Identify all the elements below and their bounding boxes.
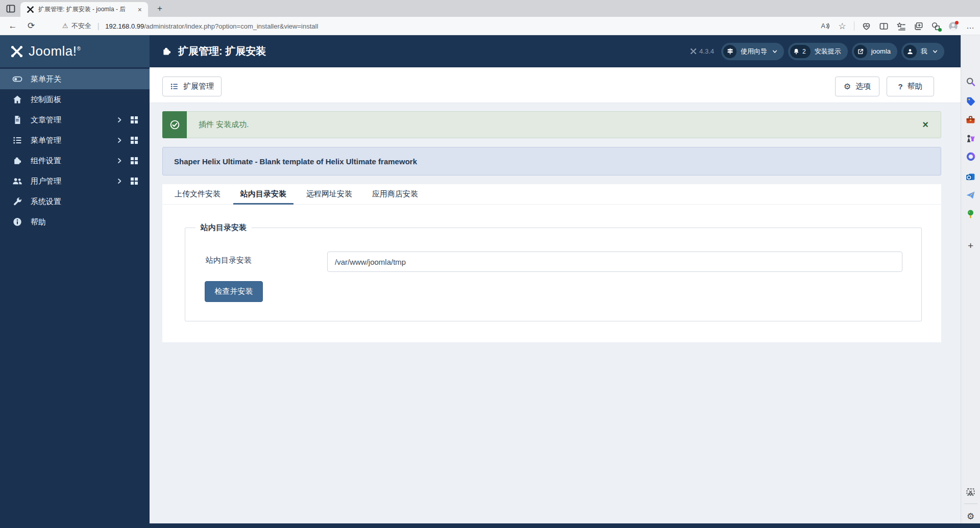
- info-icon: [12, 217, 22, 227]
- joomla-logo-text: Joomla!®: [29, 43, 81, 59]
- sidebar-settings-icon[interactable]: ⚙: [965, 511, 976, 522]
- main-content: 扩展管理 ⚙ 选项 ? 帮助 插件 安装成功. × Shaper Helix U…: [150, 67, 961, 523]
- favorites-bar-icon[interactable]: [895, 20, 906, 32]
- success-alert: 插件 安装成功. ×: [162, 111, 941, 138]
- collections-icon[interactable]: [913, 20, 924, 32]
- profile-avatar[interactable]: [947, 20, 959, 32]
- sidebar-item-label: 组件设置: [31, 156, 61, 166]
- sidebar-item-label: 菜单开关: [31, 74, 61, 84]
- profile-alert-dot: [955, 21, 959, 24]
- tab-close-icon[interactable]: ×: [136, 6, 144, 14]
- extensions-status-dot: [938, 28, 942, 32]
- sidebar-add-icon[interactable]: +: [965, 240, 976, 252]
- users-icon: [12, 176, 22, 186]
- sidebar-tools-icon[interactable]: [965, 114, 976, 125]
- dashboard-grid-icon[interactable]: [131, 178, 138, 185]
- sidebar-item-dashboard[interactable]: 控制面板: [0, 89, 150, 110]
- browser-menu-icon[interactable]: …: [965, 20, 976, 32]
- chevron-right-icon: [116, 117, 122, 123]
- sidebar-item-menu-toggle[interactable]: 菜单开关: [0, 69, 150, 89]
- notification-capsule: 2: [790, 45, 811, 58]
- sidebar-item-help[interactable]: 帮助: [0, 212, 150, 232]
- alert-close-icon[interactable]: ×: [910, 112, 941, 138]
- puzzle-icon: [12, 156, 22, 166]
- browser-tab-bar: 扩展管理: 扩展安装 - joomla - 后 × +: [0, 0, 980, 17]
- sidebar-item-system[interactable]: 系统设置: [0, 191, 150, 212]
- sidebar-item-menus[interactable]: 菜单管理: [0, 130, 150, 150]
- dashboard-grid-icon[interactable]: [131, 137, 138, 144]
- sidebar-item-content[interactable]: 文章管理: [0, 110, 150, 130]
- sidebar-games-icon[interactable]: [965, 132, 976, 143]
- sidebar-item-label: 系统设置: [31, 197, 61, 207]
- url-path: /administrator/index.php?option=com_inst…: [144, 22, 318, 30]
- browser-tab[interactable]: 扩展管理: 扩展安装 - joomla - 后 ×: [20, 2, 148, 17]
- bell-icon: [793, 48, 800, 55]
- sidebar-nav: 菜单开关 控制面板 文章管理 菜单管理 组件设置: [0, 69, 150, 232]
- sidebar-tree-icon[interactable]: [965, 208, 976, 219]
- check-and-install-button[interactable]: 检查并安装: [205, 281, 263, 302]
- tab-upload-package[interactable]: 上传文件安装: [167, 184, 228, 205]
- tab-install-from-webstore[interactable]: 应用商店安装: [365, 184, 425, 205]
- refresh-icon[interactable]: ⟳: [23, 20, 39, 31]
- sidebar-drop-icon[interactable]: [965, 189, 976, 200]
- browser-actions: ☆ …: [819, 17, 976, 35]
- external-link-icon: [854, 45, 867, 58]
- wizard-menu-button[interactable]: 使用向导: [721, 43, 784, 60]
- installer-card: 上传文件安装 站内目录安装 远程网址安装 应用商店安装 站内目录安装 站内目录安…: [162, 184, 941, 342]
- folder-path-input[interactable]: [327, 252, 902, 272]
- view-site-button[interactable]: joomla: [852, 43, 897, 60]
- header-actions: 4.3.4 使用向导 2 安装提示 joomla 我: [690, 35, 944, 67]
- address-field[interactable]: 192.168.0.99/administrator/index.php?opt…: [105, 21, 318, 31]
- url-divider: |: [97, 22, 100, 30]
- tab-install-from-url[interactable]: 远程网址安装: [299, 184, 359, 205]
- admin-toolbar: 扩展管理 ⚙ 选项 ? 帮助: [150, 67, 961, 103]
- toolbar-divider: [854, 21, 854, 31]
- chevron-right-icon: [116, 178, 122, 184]
- favorite-star-icon[interactable]: ☆: [837, 20, 848, 32]
- dashboard-grid-icon[interactable]: [131, 157, 138, 164]
- user-menu-button[interactable]: 我: [901, 43, 944, 60]
- sidebar-outlook-icon[interactable]: [965, 171, 976, 182]
- sidebar-item-users[interactable]: 用户管理: [0, 171, 150, 191]
- tab-install-from-folder[interactable]: 站内目录安装: [233, 184, 293, 205]
- sidebar-item-label: 用户管理: [31, 177, 61, 186]
- options-button[interactable]: ⚙ 选项: [835, 77, 879, 96]
- sidebar-screenshot-icon[interactable]: [965, 486, 976, 497]
- extension-notice-text: Shaper Helix Ultimate - Blank template o…: [174, 157, 417, 166]
- chevron-right-icon: [116, 137, 122, 143]
- read-aloud-icon[interactable]: [819, 20, 830, 32]
- alert-message: 插件 安装成功.: [186, 112, 910, 138]
- sidebar-item-label: 菜单管理: [31, 136, 61, 145]
- browser-url-bar: ← ⟳ ⚠ 不安全 | 192.168.0.99/administrator/i…: [0, 17, 980, 35]
- gear-icon: ⚙: [844, 82, 851, 91]
- browser-essentials-icon[interactable]: [861, 20, 872, 32]
- url-host: 192.168.0.99: [105, 22, 144, 30]
- site-security-info[interactable]: ⚠ 不安全 |: [62, 21, 105, 31]
- tab-title: 扩展管理: 扩展安装 - joomla - 后: [38, 5, 136, 14]
- manage-extensions-button[interactable]: 扩展管理: [162, 77, 222, 96]
- person-icon: [903, 45, 917, 58]
- sidebar-item-components[interactable]: 组件设置: [0, 150, 150, 171]
- tab-workspace-icon[interactable]: [5, 4, 16, 14]
- new-tab-button[interactable]: +: [154, 3, 165, 14]
- screen: 扩展管理: 扩展安装 - joomla - 后 × + ← ⟳ ⚠ 不安全 | …: [0, 0, 980, 528]
- question-mark-icon: ?: [898, 82, 902, 91]
- notifications-button[interactable]: 2 安装提示: [788, 43, 848, 60]
- help-button[interactable]: ? 帮助: [887, 77, 934, 96]
- list-icon: [12, 135, 22, 145]
- dashboard-grid-icon[interactable]: [131, 116, 138, 123]
- notification-count: 2: [802, 48, 806, 55]
- chevron-right-icon: [116, 158, 122, 164]
- joomla-favicon: [27, 6, 34, 13]
- chevron-down-icon: [933, 49, 938, 54]
- joomla-logo-area[interactable]: Joomla!®: [0, 35, 150, 67]
- folder-path-label: 站内目录安装: [206, 256, 252, 265]
- split-screen-icon[interactable]: [878, 20, 889, 32]
- sidebar-search-icon[interactable]: [965, 76, 976, 87]
- joomla-mini-logo-icon: [690, 48, 697, 55]
- back-icon[interactable]: ←: [5, 21, 20, 31]
- extensions-icon[interactable]: [930, 20, 941, 32]
- sidebar-microsoft365-icon[interactable]: [965, 151, 976, 162]
- fieldset-legend: 站内目录安装: [195, 223, 252, 233]
- sidebar-shopping-icon[interactable]: [965, 95, 976, 107]
